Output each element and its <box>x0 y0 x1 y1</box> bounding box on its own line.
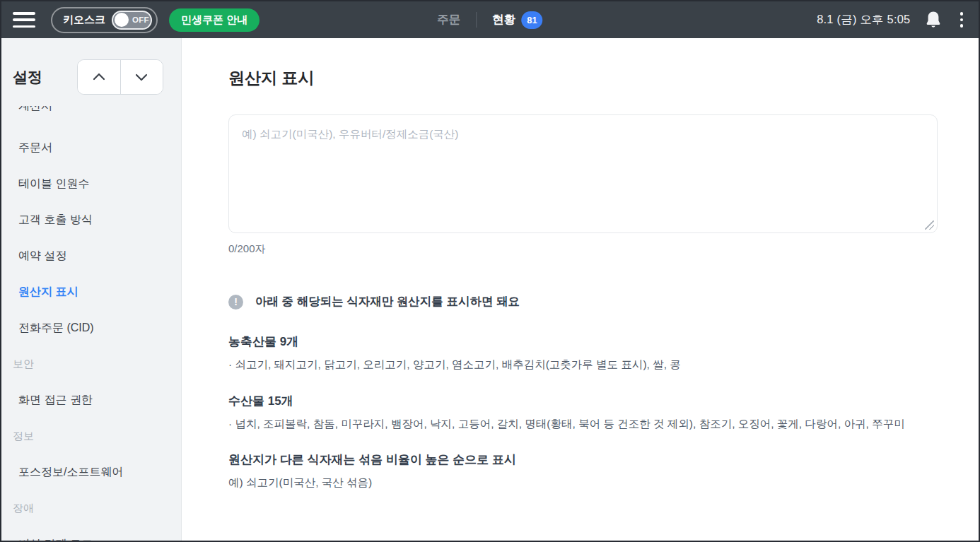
tab-order[interactable]: 주문 <box>437 12 460 28</box>
sidebar-scroll-buttons <box>77 59 163 95</box>
kiosk-toggle-group: 키오스크 OFF <box>51 7 158 33</box>
page-title: 원산지 표시 <box>228 67 938 89</box>
sidebar-section-label: 정보 <box>1 418 181 454</box>
info-section-title: 농축산물 9개 <box>228 334 938 350</box>
scroll-down-button[interactable] <box>121 60 163 94</box>
char-count: 0/200자 <box>228 242 938 256</box>
notification-bell-icon[interactable] <box>925 11 942 29</box>
sidebar-item-주문서[interactable]: 주문서 <box>1 130 181 166</box>
topbar-right: 8.1 (금) 오후 5:05 <box>817 11 967 29</box>
notice-row: ! 아래 중 해당되는 식자재만 원산지를 표시하면 돼요 <box>228 294 938 310</box>
sidebar-item-비상-결제-모드[interactable]: 비상 결제 모드 <box>1 526 181 541</box>
tab-divider <box>476 12 477 28</box>
menu-icon[interactable] <box>13 12 35 28</box>
info-section-title: 수산물 15개 <box>228 393 938 409</box>
info-section: 수산물 15개· 넙치, 조피볼락, 참돔, 미꾸라지, 뱀장어, 낙지, 고등… <box>228 393 938 432</box>
datetime-label: 8.1 (금) 오후 5:05 <box>817 12 910 28</box>
sidebar-item-원산지-표시[interactable]: 원산지 표시 <box>1 274 181 310</box>
sidebar-nav: 계산서주문서테이블 인원수고객 호출 방식예약 설정원산지 표시전화주문 (CI… <box>1 106 181 541</box>
chevron-down-icon <box>134 69 149 85</box>
sidebar-item-계산서[interactable]: 계산서 <box>1 106 181 124</box>
notice-text: 아래 중 해당되는 식자재만 원산지를 표시하면 돼요 <box>255 294 520 310</box>
origin-input[interactable] <box>228 114 938 233</box>
info-section-body: · 넙치, 조피볼락, 참돔, 미꾸라지, 뱀장어, 낙지, 고등어, 갈치, … <box>228 416 938 432</box>
more-menu-icon[interactable] <box>956 11 968 29</box>
info-section-body: · 쇠고기, 돼지고기, 닭고기, 오리고기, 양고기, 염소고기, 배추김치(… <box>228 357 938 372</box>
sidebar-header: 설정 <box>1 38 181 106</box>
settings-sidebar: 설정 계산서주문서테이블 인원수고객 호출 방식예약 설정원산지 표시전화주문 … <box>1 38 182 541</box>
coupon-info-button[interactable]: 민생쿠폰 안내 <box>169 8 259 32</box>
kiosk-label: 키오스크 <box>63 13 105 27</box>
sidebar-title: 설정 <box>13 59 42 95</box>
tab-status-label: 현황 <box>492 12 515 28</box>
info-section-body: 예) 쇠고기(미국산, 국산 섞음) <box>228 475 938 490</box>
sidebar-section-label: 장애 <box>1 490 181 526</box>
info-section-title: 원산지가 다른 식자재는 섞음 비율이 높은 순으로 표시 <box>228 452 938 468</box>
app-window: 키오스크 OFF 민생쿠폰 안내 주문 현황 81 8.1 (금) 오후 5:0… <box>0 0 980 542</box>
sidebar-item-고객-호출-방식[interactable]: 고객 호출 방식 <box>1 202 181 238</box>
info-icon: ! <box>228 295 243 310</box>
info-section: 농축산물 9개· 쇠고기, 돼지고기, 닭고기, 오리고기, 양고기, 염소고기… <box>228 334 938 372</box>
kiosk-toggle[interactable]: OFF <box>112 11 152 30</box>
sidebar-item-테이블-인원수[interactable]: 테이블 인원수 <box>1 166 181 202</box>
sidebar-item-예약-설정[interactable]: 예약 설정 <box>1 238 181 274</box>
toggle-knob-icon <box>115 13 129 27</box>
info-sections: 농축산물 9개· 쇠고기, 돼지고기, 닭고기, 오리고기, 양고기, 염소고기… <box>228 334 938 490</box>
origin-input-wrap <box>228 114 938 233</box>
tab-status[interactable]: 현황 81 <box>492 11 542 29</box>
chevron-up-icon <box>91 69 107 85</box>
app-body: 설정 계산서주문서테이블 인원수고객 호출 방식예약 설정원산지 표시전화주문 … <box>1 38 979 541</box>
status-count-badge: 81 <box>521 11 542 29</box>
sidebar-item-전화주문-(CID)[interactable]: 전화주문 (CID) <box>1 310 181 346</box>
topbar: 키오스크 OFF 민생쿠폰 안내 주문 현황 81 8.1 (금) 오후 5:0… <box>1 1 979 38</box>
sidebar-item-포스정보/소프트웨어[interactable]: 포스정보/소프트웨어 <box>1 454 181 490</box>
sidebar-item-화면-접근-권한[interactable]: 화면 접근 권한 <box>1 382 181 418</box>
kiosk-toggle-state: OFF <box>132 16 149 24</box>
topbar-tabs: 주문 현황 81 <box>437 1 542 38</box>
main-content: 원산지 표시 0/200자 ! 아래 중 해당되는 식자재만 원산지를 표시하면… <box>182 38 979 541</box>
info-section: 원산지가 다른 식자재는 섞음 비율이 높은 순으로 표시예) 쇠고기(미국산,… <box>228 452 938 490</box>
sidebar-section-label: 보안 <box>1 346 181 382</box>
scroll-up-button[interactable] <box>78 60 121 94</box>
